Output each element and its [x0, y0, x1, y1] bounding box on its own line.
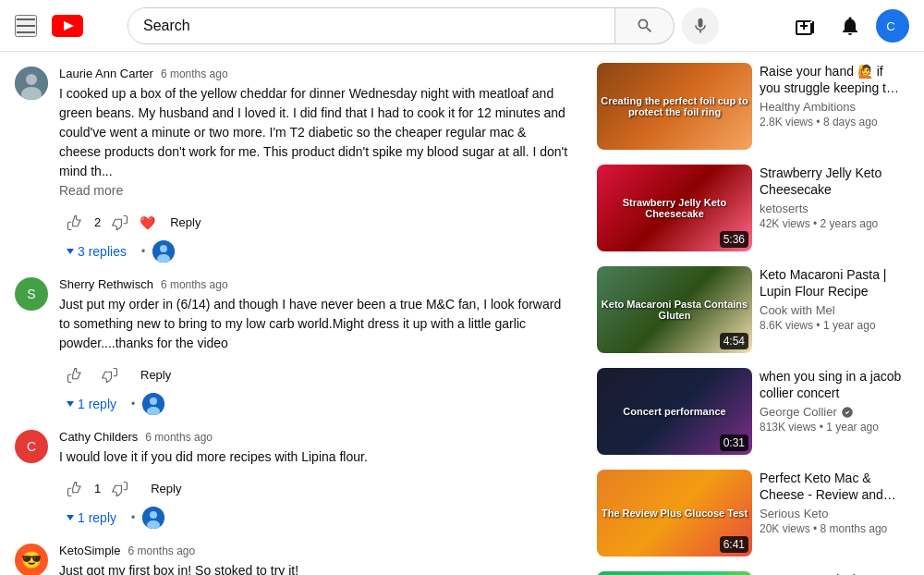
comment-author[interactable]: Cathy Childers [59, 430, 138, 444]
hamburger-menu-button[interactable] [15, 15, 37, 37]
comment-actions: Reply [59, 361, 571, 389]
video-title: Keto Macaroni Pasta | Lupin Flour Recipe [760, 266, 906, 300]
search-input[interactable] [128, 8, 614, 43]
separator: • [131, 398, 135, 410]
notifications-button[interactable] [832, 7, 869, 44]
thumbnail-image: 1 MILLION VIEWS KETO MAC AND CHEESE [597, 571, 752, 575]
comments-section: Laurie Ann Carter 6 months ago I cooked … [0, 52, 571, 575]
duration-badge: 6:41 [720, 536, 748, 553]
reaction-emoji: ❤️ [140, 215, 155, 230]
bell-icon [839, 15, 861, 37]
channel-name: George Collier [760, 405, 837, 419]
comment-item: 😎 KetoSimple 6 months ago Just got my fi… [15, 536, 571, 575]
expand-replies-button[interactable]: 1 reply [59, 507, 124, 529]
video-info: Keto Macaroni Pasta | Lupin Flour Recipe… [760, 266, 906, 353]
like-button[interactable] [59, 211, 91, 235]
video-title: Raise your hand 🙋 if you struggle keepin… [760, 63, 906, 96]
like-button[interactable] [59, 477, 91, 501]
replies-row: 3 replies • [59, 240, 571, 263]
svg-point-4 [26, 74, 37, 85]
video-info: Strawberry Jelly Keto Cheesecake ketoser… [760, 165, 906, 251]
sidebar-recommendations: Creating the perfect foil cup to protect… [571, 52, 924, 575]
video-title: when you sing in a jacob collier concert [760, 368, 906, 401]
comment-avatar[interactable] [15, 67, 48, 100]
separator: • [141, 245, 145, 258]
video-meta: 8.6K views • 1 year ago [760, 319, 906, 332]
comment-avatar[interactable]: 😎 [15, 544, 48, 575]
reply-avatar-icon [152, 240, 175, 263]
video-title: Strawberry Jelly Keto Cheesecake [760, 165, 906, 198]
expand-replies-button[interactable]: 3 replies [59, 240, 134, 263]
video-title: Keto Mac and Cheese (Cauliflower Cheese)… [760, 571, 906, 575]
search-input-wrap [128, 7, 615, 44]
comment-avatar[interactable]: C [15, 430, 48, 463]
video-thumbnail: Creating the perfect foil cup to protect… [597, 63, 752, 150]
video-info: Keto Mac and Cheese (Cauliflower Cheese)… [760, 571, 906, 575]
video-card[interactable]: The Review Plus Glucose Test 6:41 Perfec… [593, 466, 909, 560]
chevron-down-icon [67, 249, 74, 254]
reply-button[interactable]: Reply [159, 208, 212, 237]
comment-body: Sherry Rethwisch 6 months ago Just put m… [59, 277, 571, 415]
create-icon [795, 15, 817, 37]
video-card[interactable]: 1 MILLION VIEWS KETO MAC AND CHEESE 9:27… [593, 568, 909, 575]
comment-author[interactable]: Sherry Rethwisch [59, 277, 153, 291]
video-info: when you sing in a jacob collier concert… [760, 368, 906, 455]
video-card[interactable]: Keto Macaroni Pasta Contains Gluten 4:54… [593, 263, 909, 357]
youtube-logo[interactable] [52, 15, 91, 37]
thumbs-up-icon [67, 214, 83, 231]
verified-icon [841, 406, 854, 419]
video-channel: Serious Keto [760, 507, 906, 520]
dislike-button[interactable] [104, 477, 136, 501]
replies-row: 1 reply • [59, 393, 571, 415]
comment-text: Just got my first box in! So stoked to t… [59, 561, 571, 575]
video-title: Perfect Keto Mac & Cheese - Review and P… [760, 470, 906, 503]
thumbs-up-icon [67, 481, 83, 497]
reply-button[interactable]: Reply [129, 361, 182, 389]
dislike-button[interactable] [94, 363, 126, 387]
like-button[interactable] [59, 363, 91, 387]
reply-avatar-small [142, 507, 164, 529]
comment-avatar[interactable]: S [15, 277, 48, 311]
search-button[interactable] [615, 7, 675, 44]
dislike-button[interactable] [104, 211, 136, 235]
video-channel: Healthy Ambitions [760, 100, 906, 114]
youtube-logo-icon [52, 15, 83, 37]
user-avatar[interactable]: C [876, 9, 909, 43]
video-card[interactable]: Strawberry Jelly Keto Cheesecake 5:36 St… [593, 161, 909, 255]
comment-text: Just put my order in (6/14) and though I… [59, 295, 571, 353]
video-meta: 20K views • 8 months ago [760, 522, 906, 535]
video-meta: 2.8K views • 8 days ago [760, 116, 906, 128]
svg-point-13 [150, 511, 157, 519]
expand-replies-button[interactable]: 1 reply [59, 393, 124, 415]
create-button[interactable] [787, 7, 824, 44]
video-card[interactable]: Concert performance 0:31 when you sing i… [593, 364, 909, 459]
replies-row: 1 reply • [59, 507, 571, 529]
microphone-icon [691, 17, 710, 35]
avatar-image [15, 67, 48, 100]
comment-time: 6 months ago [128, 544, 195, 557]
comment-author[interactable]: KetoSimple [59, 544, 120, 557]
video-channel: Cook with Mel [760, 303, 906, 317]
read-more-button[interactable]: Read more [59, 183, 123, 198]
comment-time: 6 months ago [161, 278, 228, 291]
comment-header: KetoSimple 6 months ago [59, 544, 571, 557]
comment-author[interactable]: Laurie Ann Carter [59, 67, 153, 80]
video-meta: 42K views • 2 years ago [760, 217, 906, 230]
video-thumbnail: Concert performance 0:31 [597, 368, 752, 455]
main-content: Laurie Ann Carter 6 months ago I cooked … [0, 52, 924, 575]
chevron-down-icon [67, 401, 74, 407]
reply-button[interactable]: Reply [140, 474, 192, 503]
svg-point-10 [150, 398, 157, 405]
voice-search-button[interactable] [682, 7, 719, 44]
video-meta: 813K views • 1 year ago [760, 421, 906, 434]
video-channel: George Collier [760, 405, 906, 419]
channel-name: Cook with Mel [760, 303, 835, 317]
svg-point-7 [160, 245, 167, 252]
thumbnail-image: Creating the perfect foil cup to protect… [597, 63, 752, 150]
video-card[interactable]: Creating the perfect foil cup to protect… [593, 59, 909, 153]
channel-name: Serious Keto [760, 507, 828, 520]
video-info: Raise your hand 🙋 if you struggle keepin… [760, 63, 906, 150]
header-left [15, 15, 91, 37]
header: C [0, 0, 924, 52]
comment-time: 6 months ago [161, 67, 228, 80]
